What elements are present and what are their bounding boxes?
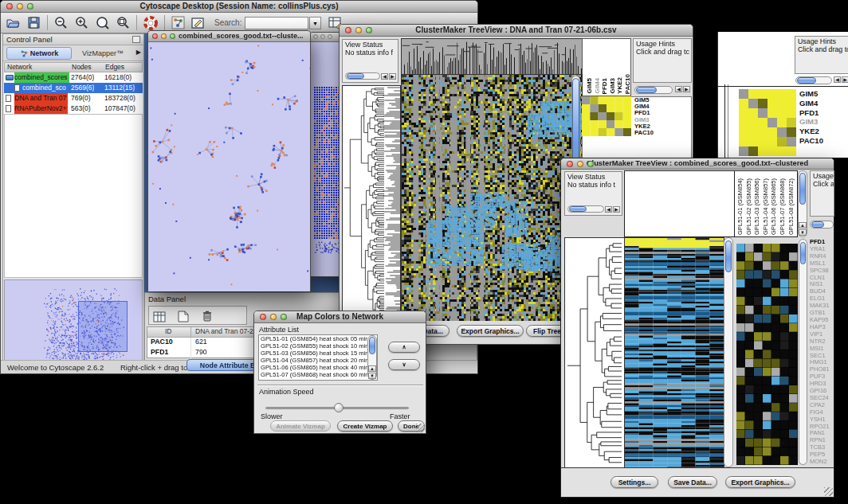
zoom-fit-icon[interactable] <box>116 15 131 30</box>
row-dendrogram-canvas[interactable] <box>342 85 401 324</box>
resize-grip[interactable] <box>824 487 833 496</box>
minimize-button[interactable] <box>17 3 23 10</box>
resize-grip[interactable] <box>416 424 425 432</box>
save-data-button[interactable]: Save Data... <box>668 476 717 488</box>
fragment-hscrollbar[interactable] <box>795 76 832 84</box>
minimize-button[interactable] <box>577 161 583 167</box>
row-id: PAC10 <box>151 338 173 346</box>
scroll-left-arrow[interactable]: ◀ <box>605 206 612 213</box>
move-down-button[interactable]: ∨ <box>388 359 420 370</box>
scroll-down-arrow[interactable]: ▼ <box>368 373 376 379</box>
usage-hints-hscrollbar[interactable] <box>810 221 834 229</box>
zoom-selected-icon[interactable] <box>95 15 110 30</box>
heatmap-canvas[interactable] <box>624 237 724 469</box>
tab-network[interactable]: Network <box>6 47 72 60</box>
network-view-window: combined_scores_good.txt--cluste... <box>147 30 311 291</box>
minimize-button[interactable] <box>355 27 362 33</box>
scroll-right-arrow[interactable]: ▶ <box>683 86 690 92</box>
zoom-button[interactable] <box>170 33 175 39</box>
column-dendrogram-canvas[interactable] <box>401 38 583 75</box>
zoom-button[interactable] <box>27 3 33 10</box>
zoom-out-icon[interactable] <box>53 15 69 30</box>
cluster-matrix-canvas[interactable] <box>739 89 796 156</box>
scroll-left-arrow[interactable]: ◀ <box>381 73 388 80</box>
new-attribute-icon[interactable] <box>175 309 190 324</box>
minimize-button[interactable] <box>270 314 277 320</box>
close-button[interactable] <box>260 314 266 320</box>
network-overview[interactable] <box>4 279 143 366</box>
network-name: combined_sco <box>22 83 68 93</box>
select-attributes-icon[interactable] <box>151 309 167 324</box>
scroll-right-arrow[interactable]: ▶ <box>842 76 848 83</box>
settings-button[interactable]: Settings... <box>610 476 658 488</box>
row-id: PFD1 <box>151 348 169 356</box>
cluster-matrix-canvas[interactable] <box>582 96 631 136</box>
search-dropdown-button[interactable]: ▼ <box>309 17 321 29</box>
scroll-left-arrow[interactable]: ◀ <box>834 76 841 83</box>
tab-overflow-arrow[interactable]: ▶ <box>136 49 141 56</box>
zoom-button[interactable] <box>366 27 372 33</box>
column-label: PFD1 <box>601 78 608 94</box>
close-button[interactable] <box>567 161 573 167</box>
overview-selection-rect[interactable] <box>78 301 128 352</box>
network-canvas[interactable] <box>148 42 310 291</box>
annotation-icon[interactable] <box>190 15 206 30</box>
network-import-icon[interactable] <box>171 15 186 30</box>
close-button[interactable] <box>345 27 351 33</box>
zoom-in-icon[interactable] <box>74 15 89 30</box>
minimize-button[interactable] <box>320 34 325 39</box>
row-label: GIM3 <box>799 117 823 127</box>
heatmap-vscrollbar[interactable] <box>724 237 733 467</box>
scroll-up-arrow[interactable]: ▲ <box>368 365 376 372</box>
scroll-right-arrow[interactable]: ▶ <box>389 73 396 80</box>
col-header-id[interactable]: ID <box>165 327 172 335</box>
zoom-heatmap-canvas[interactable] <box>736 244 798 465</box>
zoom-button[interactable] <box>281 314 287 320</box>
network-table-row[interactable]: DNA and Tran 07769(0)183728(0) <box>4 93 143 104</box>
scroll-left-arrow[interactable]: ◀ <box>675 86 682 92</box>
save-icon[interactable] <box>26 15 41 30</box>
close-button[interactable] <box>313 34 318 39</box>
export-graphics-button[interactable]: Export Graphics... <box>725 476 795 488</box>
open-folder-icon[interactable] <box>6 15 21 30</box>
tab-vizmapper[interactable]: VizMapper™ <box>77 47 129 60</box>
minimize-button[interactable] <box>161 33 167 39</box>
zoom-button[interactable] <box>328 34 332 39</box>
control-panel-title: Control Panel <box>6 35 53 44</box>
network-nodes: 2764(0) <box>71 72 94 83</box>
network-table-row[interactable]: combined_sco2569(6)13112(15) <box>4 83 143 93</box>
heatmap-canvas[interactable] <box>401 74 583 324</box>
network-table-row[interactable]: combined_scores2764(0)16218(0) <box>4 72 143 83</box>
attribute-list-item[interactable]: GPL51-07 (GSM868) heat shock 60 min <box>259 372 367 379</box>
create-vizmap-button[interactable]: Create Vizmap <box>337 420 393 432</box>
slider-thumb[interactable] <box>334 403 344 412</box>
usage-hints-hscrollbar[interactable] <box>634 86 673 94</box>
view-status-hscrollbar[interactable] <box>345 72 380 80</box>
move-up-button[interactable]: ∧ <box>388 342 420 353</box>
row-dendrogram-canvas[interactable] <box>564 237 625 469</box>
view-status-hscrollbar[interactable] <box>567 205 604 213</box>
attribute-list-vscrollbar[interactable]: ▲ ▼ <box>367 335 377 380</box>
scroll-up-arrow[interactable]: ▲ <box>799 222 807 229</box>
data-panel-title: Data Panel <box>148 295 186 303</box>
network-table-row[interactable]: RNAPuberNov2+563(0)107847(0) <box>4 104 143 114</box>
column-labels-vscrollbar[interactable]: ▲ ▼ <box>798 170 807 237</box>
scroll-down-arrow[interactable]: ▼ <box>799 229 807 236</box>
delete-attribute-icon[interactable] <box>199 308 214 323</box>
main-titlebar[interactable]: Cytoscape Desktop (Session Name: collins… <box>1 1 477 13</box>
zoom-button[interactable] <box>587 161 594 167</box>
search-input[interactable] <box>245 17 308 29</box>
close-button[interactable] <box>152 33 158 39</box>
scroll-right-arrow[interactable]: ▶ <box>613 206 620 213</box>
treeview-combined-window: ClusterMaker TreeView : combined_scores_… <box>560 158 834 498</box>
export-graphics-button[interactable]: Export Graphics... <box>457 325 524 337</box>
animate-vizmap-button[interactable]: Animate Vizmap <box>270 420 331 432</box>
close-button[interactable] <box>6 3 13 10</box>
animation-speed-slider[interactable] <box>265 402 409 413</box>
column-dendrogram-area[interactable] <box>624 170 735 237</box>
help-lifesaver-icon[interactable] <box>143 15 158 30</box>
treeview-combined-title: ClusterMaker TreeView : combined_scores_… <box>561 159 834 167</box>
zoom-vscrollbar[interactable] <box>799 239 807 465</box>
attribute-listbox[interactable]: GPL51-01 (GSM854) heat shock 05 minGPL51… <box>258 334 378 381</box>
float-panel-icon[interactable] <box>132 36 140 43</box>
